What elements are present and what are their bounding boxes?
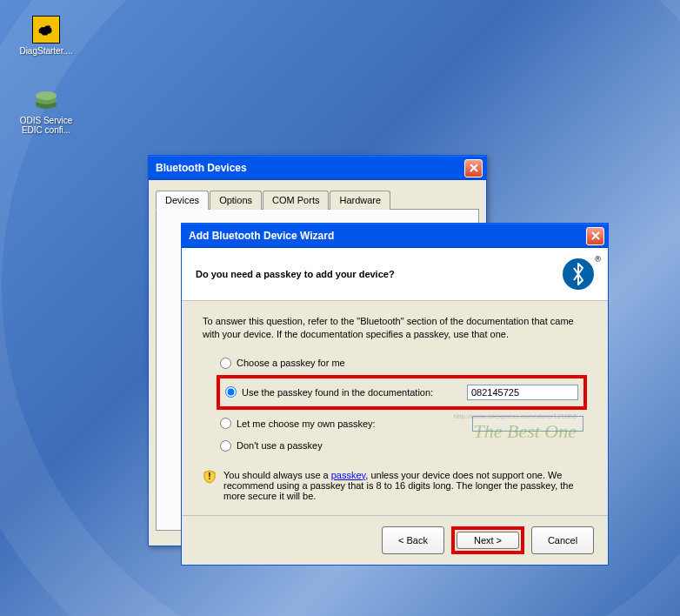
radio-own-passkey[interactable]: Let me choose my own passkey: (217, 412, 587, 436)
radio-label: Choose a passkey for me (237, 358, 345, 368)
tabs-container: Devices Options COM Ports Hardware (156, 191, 479, 210)
radio-label: Use the passkey found in the documentati… (242, 387, 433, 398)
radio-input-choose[interactable] (220, 358, 231, 369)
close-icon (470, 164, 478, 172)
desktop-icon-odis[interactable]: ODIS Service EDIC confi... (16, 85, 77, 135)
wizard-instruction: To answer this question, refer to the "B… (203, 315, 587, 341)
svg-point-2 (36, 91, 57, 100)
radio-no-passkey[interactable]: Don't use a passkey (217, 436, 587, 456)
radio-use-documentation[interactable]: Use the passkey found in the documentati… (222, 380, 582, 405)
desktop-icon-diagstarter[interactable]: DiagStarter.... (16, 16, 77, 56)
radio-label: Don't use a passkey (237, 440, 323, 451)
window-title: Bluetooth Devices (156, 162, 464, 174)
own-passkey-input (472, 416, 583, 432)
desktop-icon-label: ODIS Service EDIC confi... (16, 116, 77, 135)
radio-input-documentation[interactable] (225, 386, 237, 398)
back-button[interactable]: < Back (382, 526, 444, 554)
wizard-header: Do you need a passkey to add your device… (182, 248, 608, 301)
next-button[interactable]: Next > (457, 532, 519, 549)
odis-icon (32, 85, 60, 113)
diag-icon (32, 16, 60, 44)
highlighted-option: Use the passkey found in the documentati… (217, 375, 587, 410)
passkey-radio-group: Choose a passkey for me Use the passkey … (217, 353, 587, 456)
desktop-icon-label: DiagStarter.... (16, 46, 77, 56)
tab-devices[interactable]: Devices (156, 191, 209, 210)
wizard-content: To answer this question, refer to the "B… (182, 301, 608, 515)
wizard-close-button[interactable] (586, 227, 604, 245)
add-bluetooth-wizard-window: Add Bluetooth Device Wizard Do you need … (181, 223, 609, 566)
radio-choose-for-me[interactable]: Choose a passkey for me (217, 353, 587, 373)
close-button[interactable] (464, 159, 483, 177)
passkey-note: ! You should always use a passkey, unles… (203, 470, 587, 501)
bluetooth-icon (563, 258, 594, 290)
wizard-title: Add Bluetooth Device Wizard (189, 230, 586, 242)
svg-text:!: ! (208, 472, 210, 481)
radio-label: Let me choose my own passkey: (237, 418, 376, 429)
wizard-titlebar[interactable]: Add Bluetooth Device Wizard (182, 224, 608, 248)
shield-icon: ! (203, 470, 217, 484)
tab-options[interactable]: Options (210, 191, 262, 210)
wizard-heading: Do you need a passkey to add your device… (196, 269, 563, 279)
radio-input-own[interactable] (220, 418, 231, 429)
tab-com-ports[interactable]: COM Ports (263, 191, 329, 210)
titlebar[interactable]: Bluetooth Devices (149, 156, 486, 180)
passkey-input[interactable] (467, 385, 578, 400)
next-highlight: Next > (451, 526, 524, 554)
radio-input-none[interactable] (220, 440, 231, 452)
tab-hardware[interactable]: Hardware (330, 191, 390, 210)
close-icon (591, 231, 600, 240)
wizard-button-bar: < Back Next > Cancel (182, 515, 608, 565)
passkey-help-link[interactable]: passkey (331, 470, 366, 480)
cancel-button[interactable]: Cancel (531, 526, 594, 554)
note-text: You should always use a passkey, unless … (223, 470, 587, 501)
